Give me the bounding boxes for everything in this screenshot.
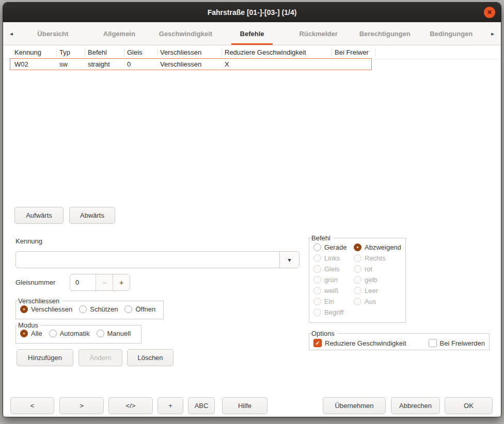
aufwaerts-button[interactable]: Aufwärts [14,207,64,224]
options-group-legend: Options [311,330,337,337]
xml-button[interactable]: </> [108,397,153,414]
radio-icon [354,265,361,273]
table-header: Kennung Typ Befehl Gleis Verschliessen R… [3,45,501,59]
radio-icon [313,254,321,262]
radio-icon [313,308,321,316]
radio-icon [313,243,321,251]
column-header-kennung[interactable]: Kennung [14,48,41,56]
kennung-combobox[interactable]: ▾ [15,251,300,268]
column-divider [56,48,57,57]
column-header-bei-freiwerden[interactable]: Bei Freiwer [335,48,369,56]
radio-rot: rot [354,265,401,273]
radio-gerade[interactable]: Gerade [313,243,354,251]
kennung-label: Kennung [15,237,42,245]
tab-rueckmelder[interactable]: Rückmelder [285,22,352,45]
radio-icon [354,287,361,295]
radio-label: rot [365,265,372,273]
radio-icon [124,305,132,313]
cell-kennung: W02 [14,60,28,68]
radio-abzweigend[interactable]: Abzweigend [354,243,401,251]
cell-reduziere-geschwindigkeit: X [225,60,229,68]
abwaerts-button[interactable]: Abwärts [69,207,115,224]
hilfe-button[interactable]: Hilfe [222,397,267,414]
radio-label: Ein [324,298,334,305]
verschliessen-group: Verschliessen Verschliessen Schützen Öff… [15,297,164,319]
radio-schuetzen[interactable]: Schützen [79,305,118,313]
radio-alle[interactable]: Alle [20,330,42,337]
main-content: Kennung Typ Befehl Gleis Verschliessen R… [3,45,501,417]
radio-label: Abzweigend [365,243,401,251]
nav-prev-button[interactable]: < [10,397,54,414]
tab-befehle[interactable]: Befehle [219,22,286,45]
decrement-button[interactable]: − [96,274,113,290]
column-divider [157,48,158,57]
options-group: Options ✓ Reduziere Geschwindigkeit Bei … [309,330,490,350]
loeschen-button[interactable]: Löschen [127,349,174,366]
kennung-input[interactable] [16,252,279,268]
kennung-dropdown-button[interactable]: ▾ [279,252,299,268]
tab-scroll-right-icon[interactable]: ▸ [484,22,501,45]
modus-group-legend: Modus [18,321,41,329]
radio-icon [79,305,87,313]
checkbox-checked-icon: ✓ [313,339,322,347]
radio-label: Öffnen [135,305,155,313]
tab-geschwindigkeit[interactable]: Geschwindigkeit [152,22,219,45]
radio-begriff: Begriff [313,308,354,316]
checkbox-reduziere-geschwindigkeit[interactable]: ✓ Reduziere Geschwindigkeit [313,339,406,347]
column-header-befehl[interactable]: Befehl [88,48,107,56]
increment-button[interactable]: + [113,274,130,290]
modus-group: Modus Alle Automatik Manuell [15,321,141,344]
radio-leer: Leer [354,287,401,295]
radio-verschliessen[interactable]: Verschliessen [20,305,72,313]
radio-label: Begriff [324,308,343,316]
column-header-typ[interactable]: Typ [59,48,70,56]
radio-label: weiß [324,287,338,295]
gleisnummer-value[interactable]: 0 [70,274,96,290]
radio-oeffnen[interactable]: Öffnen [124,305,155,313]
window-title: Fahrstraße [01-]-[03-] (1/4) [3,8,501,17]
aendern-button: Ändern [78,349,122,366]
radio-icon [313,287,321,295]
hinzufuegen-button[interactable]: Hinzufügen [17,349,73,366]
radio-label: Leer [365,287,378,295]
checkbox-icon [429,339,437,347]
cell-befehl: straight [88,60,110,68]
tab-uebersicht[interactable]: Übersicht [20,22,86,45]
close-icon: ✕ [487,9,492,16]
abbrechen-button[interactable]: Abbrechen [391,397,440,414]
column-header-reduziere-geschwindigkeit[interactable]: Reduziere Geschwindigkeit [225,48,306,56]
uebernehmen-button[interactable]: Übernehmen [323,397,386,414]
titlebar[interactable]: Fahrstraße [01-]-[03-] (1/4) ✕ [3,3,501,22]
radio-rechts: Rechts [354,254,401,262]
tab-bedingungen[interactable]: Bedingungen [418,22,484,45]
tab-berechtigungen[interactable]: Berechtigungen [352,22,418,45]
verschliessen-group-legend: Verschliessen [18,297,62,305]
radio-label: Verschliessen [31,305,72,313]
cell-verschliessen: Verschliessen [160,60,201,68]
column-header-verschliessen[interactable]: Verschliessen [160,48,201,56]
radio-manuell[interactable]: Manuell [97,330,131,337]
column-divider [124,48,124,57]
radio-icon [313,276,321,284]
gleisnummer-label: Gleisnummer [15,279,55,286]
tab-scroll-left-icon[interactable]: ◂ [3,22,20,45]
close-button[interactable]: ✕ [484,7,495,18]
tab-allgemein[interactable]: Allgemein [86,22,153,45]
plus-button[interactable]: + [158,397,183,414]
checkbox-bei-freiwerden[interactable]: Bei Freiwerden [429,339,485,347]
radio-label: Gleis [324,265,340,273]
radio-label: grün [324,276,338,284]
nav-next-button[interactable]: > [59,397,104,414]
radio-label: Rechts [365,254,385,262]
ok-button[interactable]: OK [445,397,493,414]
gleisnummer-spinner[interactable]: 0 − + [70,274,130,291]
column-header-gleis[interactable]: Gleis [127,48,143,56]
tab-strip: Übersicht Allgemein Geschwindigkeit Befe… [20,22,484,45]
radio-automatik[interactable]: Automatik [49,330,90,337]
abc-button[interactable]: ABC [188,397,215,414]
radio-label: Automatik [60,330,90,337]
radio-gelb: gelb [354,276,401,284]
dialog-window: Fahrstraße [01-]-[03-] (1/4) ✕ ◂ Übersic… [3,2,501,417]
radio-selected-icon [354,243,361,251]
column-divider [375,48,376,57]
